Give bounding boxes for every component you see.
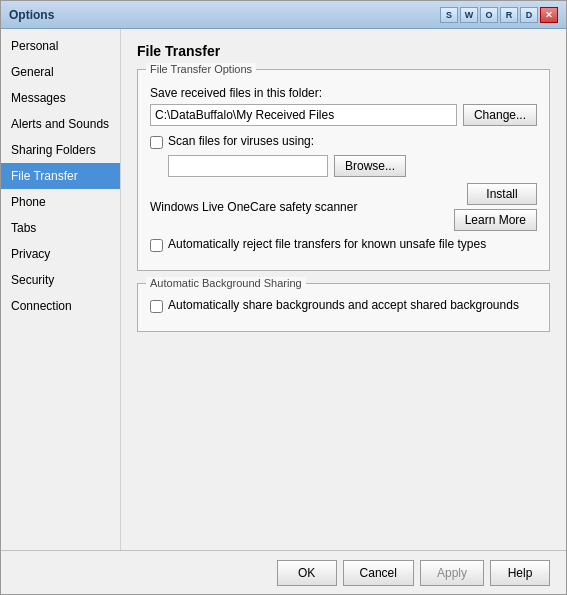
page-title: File Transfer [137,43,550,59]
file-transfer-options-section: File Transfer Options Save received file… [137,69,550,271]
share-label: Automatically share backgrounds and acce… [168,298,519,312]
reject-label: Automatically reject file transfers for … [168,237,486,251]
share-checkbox-row: Automatically share backgrounds and acce… [150,298,537,313]
close-button[interactable]: ✕ [540,7,558,23]
onecare-row: Windows Live OneCare safety scanner Inst… [150,183,537,231]
change-button[interactable]: Change... [463,104,537,126]
sidebar-item-alerts-and-sounds[interactable]: Alerts and Sounds [1,111,120,137]
title-bar-buttons: S W O R D ✕ [440,7,558,23]
options-window: Options S W O R D ✕ Personal General Mes… [0,0,567,595]
sidebar-item-tabs[interactable]: Tabs [1,215,120,241]
sidebar-item-privacy[interactable]: Privacy [1,241,120,267]
window-title: Options [9,8,54,22]
help-button[interactable]: Help [490,560,550,586]
scan-checkbox[interactable] [150,136,163,149]
sidebar-item-security[interactable]: Security [1,267,120,293]
title-btn-w[interactable]: W [460,7,478,23]
title-btn-d[interactable]: D [520,7,538,23]
main-content: File Transfer File Transfer Options Save… [121,29,566,550]
folder-input[interactable] [150,104,457,126]
scan-checkbox-row: Scan files for viruses using: [150,134,537,149]
reject-checkbox[interactable] [150,239,163,252]
title-btn-o[interactable]: O [480,7,498,23]
sidebar-item-personal[interactable]: Personal [1,33,120,59]
sidebar-item-general[interactable]: General [1,59,120,85]
virus-input[interactable] [168,155,328,177]
title-btn-r[interactable]: R [500,7,518,23]
folder-row: Change... [150,104,537,126]
sidebar-item-file-transfer[interactable]: File Transfer [1,163,120,189]
sidebar-item-sharing-folders[interactable]: Sharing Folders [1,137,120,163]
browse-button[interactable]: Browse... [334,155,406,177]
save-folder-label: Save received files in this folder: [150,86,537,100]
content-area: Personal General Messages Alerts and Sou… [1,29,566,550]
virus-row: Browse... [168,155,537,177]
install-button[interactable]: Install [467,183,537,205]
footer: OK Cancel Apply Help [1,550,566,594]
ok-button[interactable]: OK [277,560,337,586]
sidebar-item-messages[interactable]: Messages [1,85,120,111]
title-bar: Options S W O R D ✕ [1,1,566,29]
sidebar: Personal General Messages Alerts and Sou… [1,29,121,550]
onecare-label: Windows Live OneCare safety scanner [150,200,357,214]
cancel-button[interactable]: Cancel [343,560,414,586]
onecare-buttons: Install Learn More [454,183,537,231]
sidebar-item-connection[interactable]: Connection [1,293,120,319]
background-sharing-section: Automatic Background Sharing Automatical… [137,283,550,332]
section2-legend: Automatic Background Sharing [146,277,306,289]
share-checkbox[interactable] [150,300,163,313]
reject-checkbox-row: Automatically reject file transfers for … [150,237,537,252]
section1-legend: File Transfer Options [146,63,256,75]
scan-label: Scan files for viruses using: [168,134,314,148]
sidebar-item-phone[interactable]: Phone [1,189,120,215]
title-btn-s[interactable]: S [440,7,458,23]
apply-button[interactable]: Apply [420,560,484,586]
learn-more-button[interactable]: Learn More [454,209,537,231]
